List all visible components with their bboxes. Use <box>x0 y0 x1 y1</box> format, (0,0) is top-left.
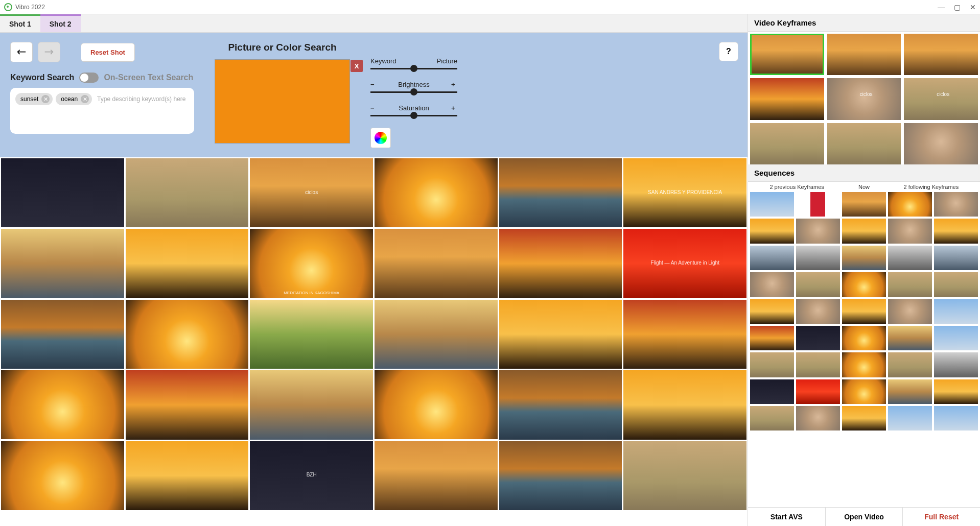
keyframe-thumb[interactable]: ciclos <box>827 34 901 75</box>
sequence-thumb[interactable] <box>750 406 794 431</box>
sequences-scroll[interactable]: 2 previous Keyframes Now 2 following Key… <box>748 182 980 507</box>
slider-thumb[interactable] <box>410 88 417 95</box>
sequence-thumb[interactable] <box>888 192 932 217</box>
result-thumb[interactable] <box>1 158 124 227</box>
sequence-thumb[interactable] <box>842 192 886 217</box>
sequence-thumb[interactable] <box>842 406 886 431</box>
result-thumb[interactable] <box>375 370 498 439</box>
keyframes-scroll[interactable]: ciclosciclos <box>748 32 980 164</box>
result-thumb[interactable] <box>1 370 124 439</box>
result-thumb[interactable]: BZH <box>250 441 373 510</box>
sequence-thumb[interactable] <box>934 246 978 270</box>
sequence-thumb[interactable] <box>750 272 794 297</box>
sequence-thumb[interactable] <box>934 326 978 350</box>
keyframe-thumb[interactable] <box>904 78 978 119</box>
result-thumb[interactable]: Flight — An Adventure in Light <box>623 229 746 298</box>
result-thumb[interactable] <box>499 441 622 510</box>
sequence-thumb[interactable] <box>750 352 794 377</box>
result-thumb[interactable]: SAN ANDRES Y PROVIDENCIA <box>623 158 746 227</box>
sequence-thumb[interactable] <box>842 219 886 243</box>
slider-keyword-picture[interactable]: Keyword Picture <box>370 57 457 69</box>
sequence-thumb[interactable] <box>796 352 840 377</box>
sequence-thumb[interactable] <box>750 219 794 243</box>
keyword-input[interactable]: sunset ✕ ocean ✕ Type describing keyword… <box>10 88 194 134</box>
sequence-thumb[interactable] <box>934 379 978 404</box>
sequence-thumb[interactable] <box>750 192 794 217</box>
sequence-thumb[interactable] <box>796 326 840 350</box>
sequence-thumb[interactable] <box>842 326 886 350</box>
sequence-thumb[interactable] <box>934 406 978 431</box>
result-thumb[interactable] <box>250 300 373 369</box>
sequence-thumb[interactable] <box>888 219 932 243</box>
result-thumb[interactable] <box>126 441 249 510</box>
result-thumb[interactable] <box>126 300 249 369</box>
result-thumb[interactable] <box>126 370 249 439</box>
result-thumb[interactable]: ciclos <box>250 158 373 227</box>
sequence-thumb[interactable] <box>888 326 932 350</box>
result-thumb[interactable] <box>1 441 124 510</box>
sequence-thumb[interactable] <box>888 299 932 324</box>
keyframe-thumb[interactable] <box>827 123 901 164</box>
sequence-thumb[interactable] <box>796 379 840 404</box>
sequence-thumb[interactable] <box>842 352 886 377</box>
result-thumb[interactable] <box>126 158 249 227</box>
sequence-thumb[interactable] <box>934 192 978 217</box>
sequence-thumb[interactable] <box>934 219 978 243</box>
result-thumb[interactable] <box>250 370 373 439</box>
window-maximize-icon[interactable]: ▢ <box>954 3 961 11</box>
sequence-thumb[interactable] <box>750 246 794 270</box>
slider-brightness[interactable]: − Brightness + <box>370 81 457 93</box>
sequence-thumb[interactable] <box>750 299 794 324</box>
sequence-thumb[interactable] <box>934 272 978 297</box>
reset-shot-button[interactable]: Reset Shot <box>81 43 135 62</box>
search-mode-toggle[interactable] <box>79 73 99 83</box>
result-thumb[interactable] <box>375 300 498 369</box>
slider-thumb[interactable] <box>410 112 417 119</box>
result-thumb[interactable] <box>499 300 622 369</box>
keyframe-thumb[interactable]: ciclos <box>750 34 824 75</box>
keyframe-thumb[interactable] <box>750 123 824 164</box>
result-thumb[interactable] <box>375 158 498 227</box>
keyframe-thumb[interactable] <box>827 78 901 119</box>
keyframe-thumb[interactable] <box>750 78 824 119</box>
result-thumb[interactable] <box>375 229 498 298</box>
slider-saturation[interactable]: − Saturation + <box>370 104 457 116</box>
result-thumb[interactable] <box>499 370 622 439</box>
sequence-thumb[interactable] <box>842 272 886 297</box>
color-picker-button[interactable] <box>370 128 391 148</box>
keyframe-thumb[interactable] <box>904 34 978 75</box>
result-thumb[interactable] <box>1 300 124 369</box>
sequence-thumb[interactable] <box>888 406 932 431</box>
tag-remove-icon[interactable]: ✕ <box>81 95 89 103</box>
sequence-thumb[interactable] <box>796 246 840 270</box>
sequence-thumb[interactable] <box>750 326 794 350</box>
sequence-thumb[interactable] <box>934 352 978 377</box>
color-swatch[interactable]: X <box>215 59 350 144</box>
sequence-thumb[interactable] <box>934 299 978 324</box>
swatch-close-button[interactable]: X <box>351 60 363 72</box>
slider-thumb[interactable] <box>410 65 417 72</box>
results-scroll[interactable]: ciclosSAN ANDRES Y PROVIDENCIAMEDITATION… <box>0 157 748 526</box>
tab-shot-2[interactable]: Shot 2 <box>40 14 81 32</box>
start-avs-button[interactable]: Start AVS <box>748 508 826 526</box>
result-thumb[interactable] <box>623 370 746 439</box>
sequence-thumb[interactable] <box>796 406 840 431</box>
result-thumb[interactable] <box>499 158 622 227</box>
full-reset-button[interactable]: Full Reset <box>903 508 980 526</box>
sequence-thumb[interactable] <box>888 379 932 404</box>
tag-remove-icon[interactable]: ✕ <box>41 95 50 103</box>
tab-shot-1[interactable]: Shot 1 <box>0 14 40 32</box>
result-thumb[interactable] <box>623 441 746 510</box>
sequence-thumb[interactable] <box>796 299 840 324</box>
sequence-thumb[interactable] <box>796 219 840 243</box>
keyframe-thumb[interactable] <box>904 123 978 164</box>
result-thumb[interactable] <box>375 441 498 510</box>
sequence-thumb[interactable] <box>888 352 932 377</box>
result-thumb[interactable] <box>623 300 746 369</box>
window-close-icon[interactable]: ✕ <box>970 3 976 11</box>
sequence-thumb[interactable] <box>888 272 932 297</box>
result-thumb[interactable] <box>1 229 124 298</box>
sequence-thumb[interactable] <box>796 192 840 217</box>
result-thumb[interactable]: MEDITATION IN KAGOSHIMA <box>250 229 373 298</box>
sequence-thumb[interactable] <box>888 246 932 270</box>
